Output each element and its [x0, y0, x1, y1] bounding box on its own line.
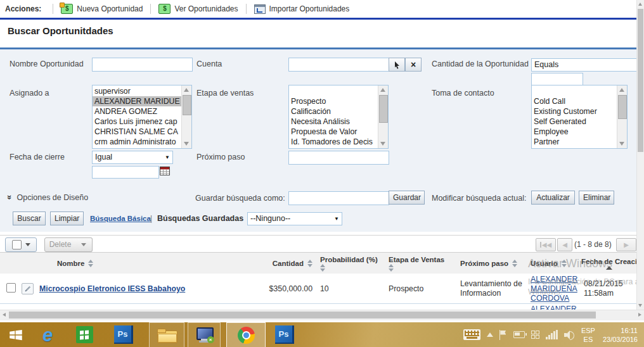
busquedas-guardadas-select[interactable]: --Ninguno--▼: [247, 212, 342, 225]
cantidad-operator-select[interactable]: Equals: [531, 58, 640, 72]
opportunity-link[interactable]: Microcospio Eletronico IESS Babahoyo: [39, 284, 185, 293]
column-header-usuario[interactable]: Usuario: [528, 258, 581, 268]
list-option-blank[interactable]: [289, 86, 378, 96]
list-option-selected[interactable]: ALEXANDER MARIDUE: [93, 96, 182, 106]
list-option[interactable]: supervisor: [93, 86, 182, 96]
language-indicator[interactable]: ESP ES: [581, 326, 595, 344]
listbox-scrollbar[interactable]: [378, 85, 388, 148]
view-opportunities-button[interactable]: $ Ver Oportunidades: [156, 4, 240, 14]
modificar-busqueda-label: Modificar búsqueda actual:: [432, 194, 526, 203]
list-option[interactable]: Existing Customer: [532, 106, 617, 117]
delete-menu-button[interactable]: [75, 237, 93, 252]
touch-keyboard-icon[interactable]: [463, 329, 480, 340]
nombre-oportunidad-input[interactable]: [92, 58, 193, 72]
proximo-paso-input[interactable]: [288, 151, 389, 165]
cuenta-input[interactable]: [288, 58, 389, 72]
chevron-down-icon: ▼: [165, 151, 170, 163]
delete-button[interactable]: Delete: [44, 237, 76, 252]
select-all-widget[interactable]: [5, 237, 37, 252]
etapa-listbox[interactable]: Prospecto Calificación Necesita Análisis…: [288, 85, 389, 149]
actions-label: Acciones:: [5, 4, 41, 13]
list-option[interactable]: Calificación: [289, 106, 378, 117]
pagination-prev-button[interactable]: ◀: [557, 238, 572, 251]
scrollbar-thumb[interactable]: [9, 312, 596, 319]
limpiar-button[interactable]: Limpiar: [50, 211, 84, 225]
toma-contacto-listbox[interactable]: Cold Call Existing Customer Self Generat…: [531, 85, 628, 149]
actualizar-button[interactable]: Actualizar: [531, 191, 575, 205]
buscar-button[interactable]: Buscar: [13, 211, 46, 225]
sort-icon[interactable]: [562, 260, 567, 267]
scroll-down-icon[interactable]: [638, 304, 642, 307]
guardar-button[interactable]: Guardar: [389, 191, 425, 205]
list-option[interactable]: Prospecto: [289, 96, 378, 106]
list-option[interactable]: Partner: [532, 137, 617, 147]
pagination-next-button[interactable]: ▶: [616, 238, 636, 251]
column-header-proximo[interactable]: Próximo paso: [455, 258, 528, 268]
busqueda-basica-link[interactable]: Búsqueda Básica: [90, 215, 151, 222]
list-option[interactable]: Carlos Luis jimenez cap: [93, 117, 182, 127]
list-option[interactable]: Self Generated: [532, 117, 617, 127]
pagination-first-button[interactable]: ◀◀: [536, 238, 556, 251]
vertical-scrollbar[interactable]: [636, 0, 644, 310]
new-opportunity-button[interactable]: $ Nueva Oportunidad: [58, 4, 145, 14]
cuenta-clear-button[interactable]: ×: [405, 58, 422, 72]
photoshop-icon[interactable]: Ps: [112, 322, 136, 347]
fecha-cierre-input[interactable]: [92, 166, 159, 179]
photoshop-2-icon[interactable]: Ps: [273, 322, 297, 347]
column-header-fecha[interactable]: Fecha de Creaci: [581, 256, 637, 271]
network-signal-icon[interactable]: [546, 330, 558, 339]
column-header-cantidad[interactable]: Cantidad: [266, 258, 315, 268]
list-option[interactable]: Necesita Análisis: [289, 117, 378, 127]
list-option[interactable]: Cold Call: [532, 96, 617, 106]
asignado-listbox[interactable]: supervisor ALEXANDER MARIDUE ANDREA GOME…: [92, 85, 192, 149]
sort-icon[interactable]: [88, 260, 93, 267]
edit-pencil-icon[interactable]: [22, 283, 34, 294]
listbox-scrollbar[interactable]: [181, 85, 191, 148]
windows-tray-icon[interactable]: [531, 331, 540, 339]
scroll-up-icon[interactable]: [638, 3, 642, 6]
column-header-probabilidad[interactable]: Probabilidad (%): [315, 255, 385, 273]
column-header-nombre[interactable]: Nombre: [37, 258, 266, 268]
scroll-right-icon[interactable]: [638, 313, 641, 317]
list-option[interactable]: CHRISTIAN SALME CA: [93, 127, 182, 137]
eliminar-button[interactable]: Eliminar: [579, 191, 614, 205]
windows-store-icon[interactable]: [72, 322, 96, 347]
list-option[interactable]: ANDREA GOMEZ: [93, 106, 182, 117]
sort-icon[interactable]: [389, 264, 394, 272]
cuenta-select-button[interactable]: [389, 58, 405, 72]
list-option[interactable]: Employee: [532, 127, 617, 137]
fecha-operator-select[interactable]: Igual▼: [92, 151, 173, 164]
list-option[interactable]: Id. Tomadores de Decis: [289, 137, 378, 147]
select-all-checkbox[interactable]: [12, 240, 22, 249]
chrome-icon[interactable]: [226, 322, 266, 347]
guardar-busqueda-input[interactable]: [288, 191, 389, 205]
windows-logo-icon: [8, 327, 24, 343]
scrollbar-thumb[interactable]: [638, 9, 643, 152]
user-link[interactable]: ALEXANDER: [531, 305, 577, 310]
pagination-text: (1 - 8 de 8): [574, 240, 612, 249]
sort-icon[interactable]: [320, 264, 325, 272]
list-option[interactable]: crm admin Administrato: [93, 137, 182, 147]
file-explorer-icon[interactable]: [149, 322, 184, 347]
horizontal-scrollbar[interactable]: [0, 310, 644, 320]
listbox-scrollbar[interactable]: [617, 85, 627, 148]
calendar-icon[interactable]: [160, 166, 171, 178]
opciones-diseno-toggle[interactable]: » Opciones de Diseño: [8, 192, 88, 202]
power-battery-icon[interactable]: [513, 331, 525, 338]
row-checkbox[interactable]: [6, 283, 16, 293]
sort-icon[interactable]: [307, 260, 312, 267]
scroll-left-icon[interactable]: [3, 313, 6, 317]
list-option-blank[interactable]: [532, 86, 617, 96]
column-header-etapa[interactable]: Etapa de Ventas: [385, 255, 455, 273]
action-center-flag-icon[interactable]: [499, 330, 507, 340]
remote-desktop-icon[interactable]: ×: [188, 322, 221, 347]
start-button[interactable]: [4, 322, 28, 347]
clock[interactable]: 16:11 23/03/2016: [603, 326, 638, 344]
volume-icon[interactable]: [564, 331, 574, 339]
sort-icon[interactable]: [512, 260, 517, 267]
user-link[interactable]: ALEXANDER MARIDUEÑA CORDOVA: [531, 275, 578, 303]
show-hidden-icons-chevron[interactable]: [487, 332, 493, 337]
import-opportunities-button[interactable]: Importar Oportunidades: [252, 4, 352, 14]
internet-explorer-icon[interactable]: e: [35, 322, 60, 347]
list-option[interactable]: Propuesta de Valor: [289, 127, 378, 137]
